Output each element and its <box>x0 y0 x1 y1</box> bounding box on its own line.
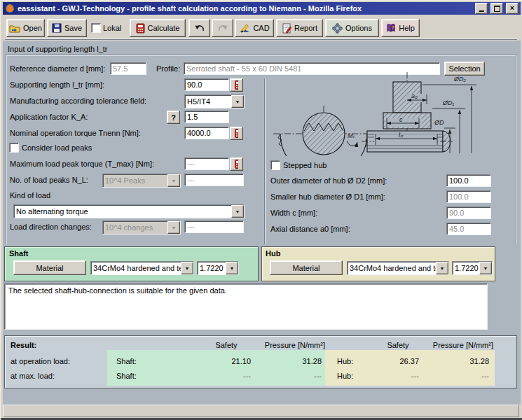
load-direction-label: Load direction changes: <box>10 223 92 232</box>
dim-d1-label: ØD₁ <box>442 99 455 106</box>
minimize-icon <box>479 5 484 12</box>
hub-side-view: a₀ c lₜᵣ Mₜ ØD₂ ØD₁ ØD <box>348 72 476 153</box>
calculator-icon <box>235 160 238 169</box>
shaft-material-select[interactable]: 34CrMo4 hardened and tempered ▼ <box>90 261 194 275</box>
chevron-down-icon[interactable]: ▼ <box>231 95 244 108</box>
consider-load-peaks-checkbox[interactable] <box>9 143 19 153</box>
tolerance-value: H5/IT4 <box>185 95 231 108</box>
dim-ltr-label: lₜᵣ <box>399 132 404 139</box>
hub-material-button[interactable]: Material <box>270 260 343 275</box>
cad-button[interactable]: CAD <box>235 19 274 37</box>
window-title: eassistant - GWJ-Technology - profile sh… <box>18 4 472 13</box>
axial-distance-field: 45.0 <box>446 223 491 235</box>
stepped-hub-checkbox[interactable] <box>270 160 280 170</box>
supporting-length-calc-button[interactable] <box>230 78 243 92</box>
result-header-hub-pressure: Pressure [N/mm²] <box>420 341 493 349</box>
maximize-button[interactable] <box>490 3 503 14</box>
calculator-icon <box>136 23 145 34</box>
result-title: Result: <box>11 341 36 350</box>
firefox-icon <box>5 4 15 13</box>
lokal-checkbox[interactable] <box>91 23 101 33</box>
max-peak-torque-field: --- <box>184 158 229 170</box>
status-bar <box>3 405 519 417</box>
title-bar: eassistant - GWJ-Technology - profile sh… <box>3 2 521 15</box>
chevron-down-icon[interactable]: ▼ <box>479 262 492 274</box>
outer-diameter-label: Outer diameter of hub Ø D2 [mm]: <box>270 176 387 186</box>
load-direction-select-value: 10^4 changes <box>103 221 167 234</box>
dim-a0-label: a₀ <box>411 92 418 99</box>
help-question-glyph: ? <box>391 24 394 31</box>
maximize-icon <box>494 6 500 12</box>
close-icon: × <box>510 5 514 12</box>
result-row-shaft-pressure: 31.28 <box>255 357 322 365</box>
result-header-shaft-pressure: Pressure [N/mm²] <box>252 341 325 349</box>
open-button[interactable]: Open <box>6 19 45 37</box>
cad-label: CAD <box>253 24 269 32</box>
kind-of-load-select[interactable]: No alternating torque ▼ <box>13 204 245 218</box>
cad-pen-icon <box>239 23 250 33</box>
smaller-diameter-label: Smaller hub diameter Ø D1 [mm]: <box>270 192 385 202</box>
hub-material-value: 34CrMo4 hardened and tempered <box>348 262 436 274</box>
result-row-shaft-pressure: --- <box>255 372 322 380</box>
application-factor-help-button[interactable]: ? <box>167 111 180 124</box>
chevron-down-icon[interactable]: ▼ <box>231 205 244 218</box>
dim-d-label: ØD <box>434 119 444 126</box>
load-direction-select: 10^4 changes ▼ <box>102 220 181 234</box>
chevron-down-icon[interactable]: ▼ <box>181 262 193 274</box>
max-peak-torque-calc-button[interactable] <box>230 158 243 171</box>
application-factor-label: Application factor K_A: <box>10 113 88 122</box>
dim-d2-label: ØD₂ <box>453 76 467 83</box>
report-label: Report <box>294 24 317 32</box>
result-row-shaft-label: Shaft: <box>116 357 137 366</box>
width-c-field: 90.0 <box>446 206 491 219</box>
chevron-down-icon[interactable]: ▼ <box>436 262 448 274</box>
reference-diameter-label: Reference diameter d [mm]: <box>10 64 105 74</box>
hub-material-select[interactable]: 34CrMo4 hardened and tempered ▼ <box>347 261 449 275</box>
message-box[interactable]: The selected shaft-hub-connection is sui… <box>4 284 488 330</box>
load-peaks-field: --- <box>184 174 244 186</box>
calculate-button[interactable]: Calculate <box>130 19 186 37</box>
folder-open-icon <box>9 24 20 33</box>
kind-of-load-value: No alternating torque <box>14 205 231 218</box>
save-button[interactable]: Save <box>47 19 87 37</box>
undo-button[interactable] <box>188 19 210 37</box>
shaft-material-number-select[interactable]: 1.7220 ▼ <box>197 261 239 275</box>
help-button[interactable]: ? Help <box>381 19 420 37</box>
application-factor-field[interactable]: 1.5 <box>184 111 229 123</box>
result-header-hub-safety: Safety <box>373 341 423 349</box>
shaft-material-number: 1.7220 <box>198 262 226 274</box>
result-row-hub-label: Hub: <box>337 372 353 381</box>
result-row-shaft-safety: 21.10 <box>202 357 251 365</box>
load-peaks-select: 10^4 Peaks ▼ <box>102 174 181 188</box>
hub-panel-title: Hub <box>266 249 280 258</box>
load-direction-field: --- <box>184 220 244 233</box>
minimize-button[interactable] <box>475 3 488 14</box>
dim-c-label: c <box>399 116 403 123</box>
lokal-label: Lokal <box>103 24 121 33</box>
report-button[interactable]: Report <box>276 19 323 37</box>
nominal-torque-calc-button[interactable] <box>230 127 243 140</box>
form-center-divider <box>264 79 265 244</box>
form-left-border <box>6 55 6 244</box>
nominal-torque-field[interactable]: 4000.0 <box>184 127 229 139</box>
section-rule <box>5 55 517 55</box>
tolerance-select[interactable]: H5/IT4 ▼ <box>184 94 245 108</box>
stepped-hub-label: Stepped hub <box>283 161 327 170</box>
help-book-icon: ? <box>386 23 396 33</box>
calculator-icon <box>235 80 238 90</box>
chevron-down-icon: ▼ <box>167 174 180 187</box>
supporting-length-label: Supporting length l_tr [mm]: <box>10 80 104 90</box>
floppy-icon <box>52 23 62 33</box>
supporting-length-field[interactable]: 90.0 <box>184 78 229 91</box>
redo-button[interactable] <box>212 19 233 37</box>
hub-material-number: 1.7220 <box>453 262 479 274</box>
hub-material-number-select[interactable]: 1.7220 ▼ <box>452 261 493 275</box>
result-row-label: at operation load: <box>11 357 70 366</box>
close-button[interactable]: × <box>506 3 518 14</box>
outer-diameter-field[interactable]: 100.0 <box>446 174 491 187</box>
shaft-material-button[interactable]: Material <box>13 260 86 275</box>
chevron-down-icon[interactable]: ▼ <box>226 262 238 274</box>
options-button[interactable]: Options <box>325 19 379 37</box>
result-shaft-band <box>107 350 325 386</box>
redo-icon <box>217 23 228 33</box>
